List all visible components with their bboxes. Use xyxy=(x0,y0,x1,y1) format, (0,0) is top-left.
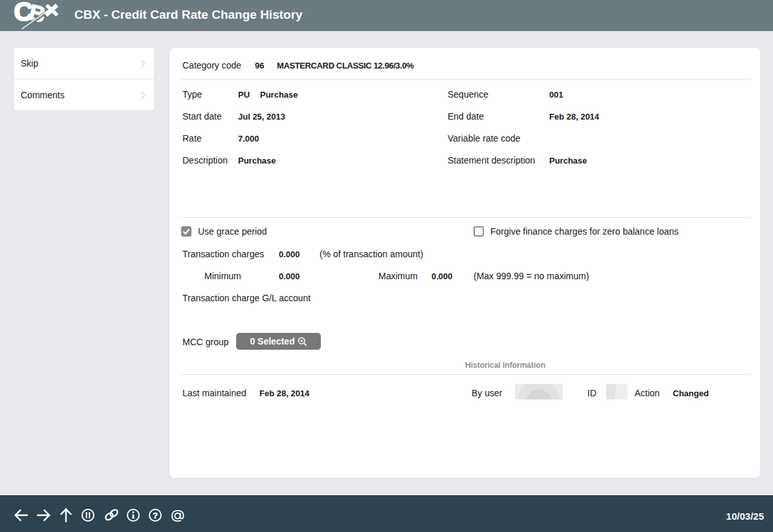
svg-text:?: ? xyxy=(153,511,158,520)
